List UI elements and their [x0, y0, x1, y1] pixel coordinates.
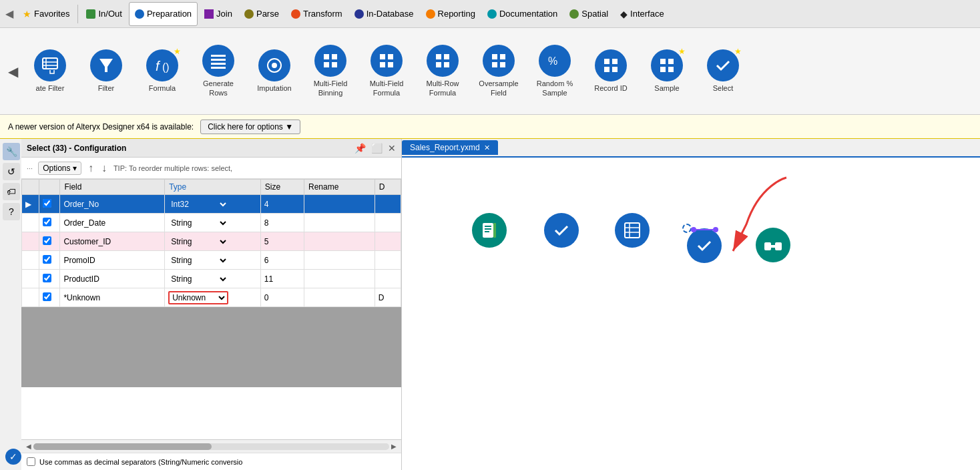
panel-expand-icon[interactable]: ⬜ [371, 143, 383, 154]
documentation-label: Documentation [499, 9, 557, 19]
spatial-icon [569, 9, 579, 19]
tag-icon[interactable]: 🏷 [3, 183, 20, 200]
workflow-node-select1[interactable] [615, 228, 644, 233]
type-select-4[interactable]: StringInt32 [168, 255, 228, 266]
type-select-5[interactable]: StringInt32 [168, 274, 228, 284]
canvas-tab-close[interactable]: ✕ [484, 144, 490, 152]
row-rename-2[interactable] [304, 214, 375, 232]
scroll-right-arrow[interactable]: ▶ [389, 443, 399, 450]
tool-imputation[interactable]: Imputation [248, 45, 301, 97]
toolbar-dots[interactable]: ··· [27, 164, 33, 172]
row-rename-1[interactable] [304, 195, 375, 214]
menu-item-spatial[interactable]: Spatial [564, 2, 614, 26]
panel-pin-icon[interactable]: 📌 [354, 143, 366, 154]
svg-rect-21 [436, 54, 441, 59]
decimal-separator-checkbox[interactable] [27, 457, 35, 466]
horizontal-scrollbar[interactable]: ◀ ▶ [21, 439, 401, 453]
wrench-icon[interactable]: 🔧 [3, 143, 20, 160]
row-rename-6[interactable] [304, 288, 375, 307]
tool-formula[interactable]: f() ★ Formula [136, 45, 189, 97]
tool-select[interactable]: ★ Select [696, 45, 750, 97]
node-browse-icon[interactable] [756, 228, 790, 262]
row-check-1[interactable] [39, 195, 60, 214]
table-row[interactable]: Order_Date StringInt32Double 8 [22, 214, 401, 232]
type-select-1[interactable]: Int32StringDouble [168, 199, 228, 210]
type-select-6[interactable]: UnknownStringInt32 [168, 291, 228, 304]
node-select1-icon[interactable] [615, 213, 650, 248]
menu-item-inout[interactable]: In/Out [81, 2, 127, 26]
type-select-3[interactable]: StringInt32 [168, 236, 228, 247]
ribbon-left-arrow[interactable]: ◀ [5, 63, 21, 79]
rotate-icon[interactable]: ↺ [3, 163, 20, 180]
notification-options-button[interactable]: Click here for options ▼ [200, 120, 300, 134]
menu-item-transform[interactable]: Transform [286, 2, 348, 26]
menu-item-indatabase[interactable]: In-Database [349, 2, 419, 26]
menu-item-documentation[interactable]: Documentation [482, 2, 563, 26]
bottom-confirm-icon[interactable]: ✓ [5, 449, 21, 465]
row-type-6[interactable]: UnknownStringInt32 [165, 288, 261, 307]
menu-item-reporting[interactable]: Reporting [421, 2, 481, 26]
indatabase-icon [354, 9, 364, 19]
multi-row-formula-label: Multi-Row Formula [417, 79, 468, 97]
tool-filter[interactable]: Filter [79, 45, 133, 97]
row-type-2[interactable]: StringInt32Double [165, 214, 261, 232]
row-rename-3[interactable] [304, 232, 375, 251]
tool-record-id[interactable]: Record ID [584, 45, 638, 97]
row-rename-5[interactable] [304, 270, 375, 288]
row-expand-1: ▶ [22, 195, 39, 214]
table-row[interactable]: PromoID StringInt32 6 [22, 251, 401, 270]
tool-multi-field-formula[interactable]: Multi-Field Formula [360, 41, 413, 101]
node-input-icon[interactable] [472, 213, 507, 248]
table-row[interactable]: Customer_ID StringInt32 5 [22, 232, 401, 251]
row-check-6[interactable] [39, 288, 60, 307]
connector-line-4 [696, 229, 713, 230]
tool-sample[interactable]: ★ Sample [640, 45, 694, 97]
tool-multi-field-binning[interactable]: Multi-Field Binning [304, 41, 357, 101]
panel-close-icon[interactable]: ✕ [388, 143, 396, 154]
type-select-2[interactable]: StringInt32Double [168, 218, 228, 228]
preparation-label: Preparation [147, 9, 192, 19]
table-row[interactable]: *Unknown UnknownStringInt32 0 D [22, 288, 401, 307]
node-check1-icon[interactable] [544, 213, 579, 248]
scroll-thumb[interactable] [33, 443, 212, 450]
workflow-canvas[interactable] [402, 158, 980, 470]
table-row[interactable]: ▶ Order_No Int32StringDouble 4 [22, 195, 401, 214]
row-type-4[interactable]: StringInt32 [165, 251, 261, 270]
scroll-track[interactable] [33, 443, 389, 450]
connector-after-selected [691, 227, 718, 232]
question-icon[interactable]: ? [3, 203, 20, 220]
tool-generate-rows[interactable]: Generate Rows [192, 41, 245, 101]
table-row[interactable]: ProductID StringInt32 11 [22, 270, 401, 288]
tool-oversample-field[interactable]: Oversample Field [472, 41, 525, 101]
row-check-2[interactable] [39, 214, 60, 232]
scroll-left-arrow[interactable]: ◀ [24, 443, 33, 450]
workflow-node-check1[interactable] [544, 228, 576, 233]
menu-item-interface[interactable]: ◆ Interface [615, 2, 670, 26]
move-down-button[interactable]: ↓ [100, 162, 108, 174]
row-check-5[interactable] [39, 270, 60, 288]
menu-item-parse[interactable]: Parse [239, 2, 284, 26]
row-check-3[interactable] [39, 232, 60, 251]
row-type-5[interactable]: StringInt32 [165, 270, 261, 288]
row-rename-4[interactable] [304, 251, 375, 270]
workflow-node-input[interactable] [472, 228, 504, 233]
empty-table-area [21, 307, 401, 387]
menu-item-preparation[interactable]: Preparation [129, 2, 198, 26]
menu-item-join[interactable]: Join [199, 2, 238, 26]
tool-multi-row-formula[interactable]: Multi-Row Formula [416, 41, 469, 101]
row-check-4[interactable] [39, 251, 60, 270]
row-type-3[interactable]: StringInt32 [165, 232, 261, 251]
row-type-1[interactable]: Int32StringDouble [165, 195, 261, 214]
join-label: Join [216, 9, 232, 19]
move-up-button[interactable]: ↑ [87, 162, 95, 174]
menu-back-arrow[interactable]: ◀ [3, 7, 16, 20]
canvas-tab-sales-report[interactable]: Sales_Report.yxmd ✕ [402, 140, 498, 155]
workflow-node-selected[interactable] [682, 224, 692, 236]
tool-auto-filter[interactable]: ate Filter [23, 45, 77, 97]
tool-random-pct-sample[interactable]: % Random % Sample [528, 41, 581, 101]
options-button[interactable]: Options ▾ [38, 162, 81, 175]
spatial-label: Spatial [581, 9, 608, 19]
svg-marker-4 [99, 59, 113, 72]
menu-item-favorites[interactable]: ★ Favorites [17, 2, 75, 26]
node-select2-icon[interactable] [687, 228, 722, 263]
